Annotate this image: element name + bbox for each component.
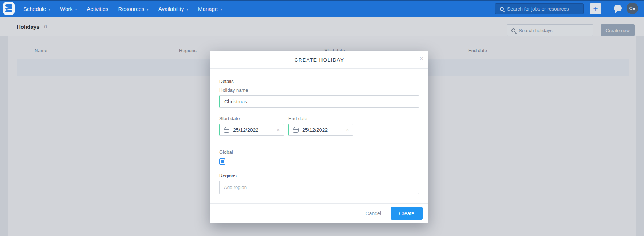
holiday-count-badge: 0 <box>44 24 47 30</box>
nav-divider <box>607 4 607 13</box>
create-holiday-modal: CREATE HOLIDAY × Details Holiday name St… <box>210 51 428 223</box>
nav-item-resources[interactable]: Resources ▾ <box>118 6 149 12</box>
holidays-search <box>507 24 593 36</box>
close-icon[interactable]: × <box>420 55 423 62</box>
nav-item-label: Resources <box>118 6 145 12</box>
clear-icon[interactable]: × <box>277 127 280 133</box>
column-header-name: Name <box>35 48 47 53</box>
nav-item-label: Activities <box>87 6 108 12</box>
chevron-down-icon: ▾ <box>220 7 222 11</box>
chevron-down-icon: ▾ <box>75 7 77 11</box>
avatar[interactable]: CE <box>627 3 638 14</box>
create-plus-button[interactable]: + <box>590 3 601 14</box>
details-section-label: Details <box>219 79 234 84</box>
nav-item-manage[interactable]: Manage ▾ <box>198 6 222 12</box>
logo-bar <box>5 4 12 7</box>
nav-item-label: Availability <box>158 6 184 12</box>
top-nav: Schedule ▾ Work ▾ Activities Resources ▾… <box>0 0 644 17</box>
holiday-name-label: Holiday name <box>219 87 248 93</box>
logo-bar <box>5 7 12 10</box>
holiday-name-field[interactable] <box>219 95 419 108</box>
start-date-field[interactable]: 25/12/2022 × <box>219 124 284 136</box>
calendar-icon <box>293 128 299 133</box>
end-date-value: 25/12/2022 <box>302 127 328 133</box>
nav-item-label: Schedule <box>23 6 46 12</box>
logo-bar <box>5 10 12 12</box>
page-header: Holidays 0 Create new <box>0 17 644 36</box>
modal-footer-divider <box>210 203 428 204</box>
start-date-label: Start date <box>219 116 240 121</box>
chevron-down-icon: ▾ <box>49 7 51 11</box>
nav-item-activities[interactable]: Activities <box>87 6 108 12</box>
create-new-button[interactable]: Create new <box>601 24 635 36</box>
search-icon <box>511 28 515 32</box>
chevron-down-icon: ▾ <box>186 7 188 11</box>
holidays-search-input[interactable] <box>519 28 584 33</box>
search-icon <box>500 7 504 11</box>
nav-item-work[interactable]: Work ▾ <box>60 6 77 12</box>
app-logo[interactable] <box>3 2 15 15</box>
calendar-icon <box>224 128 229 133</box>
modal-divider <box>210 68 428 69</box>
nav-menu: Schedule ▾ Work ▾ Activities Resources ▾… <box>23 1 222 17</box>
global-search <box>495 3 584 14</box>
global-search-input[interactable] <box>507 6 576 12</box>
nav-item-availability[interactable]: Availability ▾ <box>158 6 188 12</box>
column-header-end-date: End date <box>468 48 487 53</box>
global-label: Global <box>219 149 233 155</box>
nav-item-schedule[interactable]: Schedule ▾ <box>23 6 50 12</box>
clear-icon[interactable]: × <box>346 127 349 133</box>
regions-label: Regions <box>219 173 237 178</box>
global-checkbox[interactable] <box>219 158 225 165</box>
add-region-field[interactable] <box>219 181 419 194</box>
nav-item-label: Manage <box>198 6 218 12</box>
start-date-value: 25/12/2022 <box>233 127 258 133</box>
page-title-group: Holidays 0 <box>17 17 47 36</box>
chat-icon[interactable] <box>614 5 622 11</box>
end-date-label: End date <box>288 116 307 121</box>
create-button[interactable]: Create <box>391 207 423 220</box>
modal-title: CREATE HOLIDAY <box>210 51 428 68</box>
nav-item-label: Work <box>60 6 73 12</box>
column-header-regions: Regions <box>179 48 197 53</box>
end-date-field[interactable]: 25/12/2022 × <box>288 124 353 136</box>
chevron-down-icon: ▾ <box>147 7 149 11</box>
page-title: Holidays <box>17 24 40 30</box>
cancel-button[interactable]: Cancel <box>365 204 381 223</box>
